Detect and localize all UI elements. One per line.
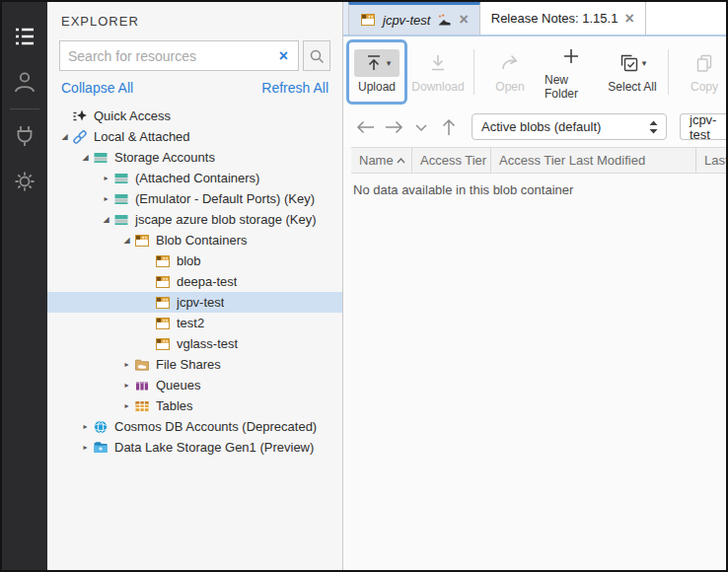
forward-button[interactable] [381, 114, 405, 139]
copy-button: Copy [674, 40, 728, 104]
column-header-access-tier-last-modified[interactable]: Access Tier Last Modified [491, 148, 696, 173]
tree-item-label: blob [177, 253, 201, 268]
column-header-last-modified[interactable]: Last Modified [696, 148, 726, 173]
quick-access-icon [72, 108, 88, 124]
tree-item-storage-accounts[interactable]: ◢Storage Accounts [47, 147, 342, 168]
activity-item-explorer-list[interactable] [2, 14, 47, 59]
tree-item-label: deepa-test [177, 274, 237, 289]
explorer-title: EXPLORER [47, 2, 342, 33]
tree-item-label: test2 [177, 316, 204, 330]
refresh-all-link[interactable]: Refresh All [261, 80, 328, 96]
tree-item-label: Local & Attached [94, 129, 190, 144]
dropdown-caret-icon: ▾ [387, 58, 392, 68]
expanded-arrow-icon[interactable]: ◢ [78, 153, 93, 162]
collapse-all-link[interactable]: Collapse All [61, 80, 133, 96]
tab-close-icon[interactable]: × [459, 12, 468, 28]
upload-button[interactable]: ▾Upload [346, 39, 407, 105]
tree-item-data-lake-storage-gen1-preview[interactable]: ▸Data Lake Storage Gen1 (Preview) [47, 437, 342, 458]
collapsed-arrow-icon[interactable]: ▸ [119, 381, 134, 390]
tree-item-quick-access[interactable]: Quick Access [47, 106, 342, 126]
tree-item-label: vglass-test [177, 336, 238, 351]
tab-bar: jcpv-test×Release Notes: 1.15.1× [343, 2, 726, 36]
tree-item-attached-containers[interactable]: ▸(Attached Containers) [47, 168, 342, 188]
tab-release-notes-1-15-1[interactable]: Release Notes: 1.15.1× [480, 2, 646, 35]
select-all-button[interactable]: ▾Select All [602, 40, 663, 104]
dropdown-caret-icon: ▾ [642, 58, 647, 68]
tree-item-cosmos-db-accounts-deprecated[interactable]: ▸Cosmos DB Accounts (Deprecated) [47, 416, 342, 437]
activity-item-connect-plug[interactable] [2, 113, 47, 159]
connect-plug-icon [12, 123, 37, 149]
toolbar-separator [473, 49, 474, 95]
tree-item-label: Queues [156, 378, 201, 393]
tree-item-deepa-test[interactable]: deepa-test [47, 271, 342, 292]
forward-icon [382, 115, 405, 139]
tree-item-jscape-azure-blob-storage-key[interactable]: ◢jscape azure blob storage (Key) [47, 209, 342, 230]
tree-item-jcpv-test[interactable]: jcpv-test [47, 292, 342, 313]
activity-item-account-person[interactable] [2, 59, 47, 105]
select-all-icon [619, 52, 640, 74]
column-header-label: Last Modified [704, 153, 726, 168]
open-icon [499, 52, 521, 74]
tree-item-label: jcpv-test [177, 295, 224, 310]
blob-container-icon [155, 295, 171, 311]
link-icon [72, 129, 88, 145]
collapsed-arrow-icon[interactable]: ▸ [119, 401, 134, 410]
tab-title: Release Notes: 1.15.1 [491, 11, 619, 26]
tree-item-tables[interactable]: ▸Tables [47, 395, 342, 416]
blob-list-area [343, 197, 726, 570]
tree-item-local-attached[interactable]: ◢Local & Attached [47, 126, 342, 147]
expanded-arrow-icon[interactable]: ◢ [99, 215, 113, 224]
tree-item-blob-containers[interactable]: ◢Blob Containers [47, 230, 342, 250]
toolbar-icon-wrap [427, 49, 449, 77]
activity-item-settings-gear[interactable] [2, 159, 47, 204]
tree-item-vglass-test[interactable]: vglass-test [47, 333, 342, 354]
toolbar-separator [668, 49, 669, 95]
tree-item-label: Tables [156, 398, 193, 413]
path-input-value: jcpv-test [690, 112, 717, 142]
queue-icon [134, 378, 150, 393]
explorer-list-icon [12, 24, 37, 49]
tree-item-file-shares[interactable]: ▸File Shares [47, 354, 342, 375]
tree-item-emulator-default-ports-key[interactable]: ▸(Emulator - Default Ports) (Key) [47, 188, 342, 209]
tab-title: jcpv-test [383, 13, 430, 28]
expanded-arrow-icon[interactable]: ◢ [119, 236, 134, 245]
collapsed-arrow-icon[interactable]: ▸ [78, 443, 93, 452]
collapsed-arrow-icon[interactable]: ▸ [99, 194, 113, 203]
expanded-arrow-icon[interactable]: ◢ [57, 132, 72, 141]
toolbar-icon-wrap [693, 49, 715, 77]
column-header-access-tier[interactable]: Access Tier [412, 148, 491, 173]
up-button[interactable] [436, 114, 461, 139]
blob-view-select-value: Active blobs (default) [481, 119, 601, 134]
toolbar-icon-wrap [560, 42, 582, 70]
upload-icon [363, 52, 385, 74]
blob-container-icon [155, 274, 171, 290]
column-header-name[interactable]: Name [351, 148, 412, 173]
toolbar-button-label: Download [411, 80, 464, 94]
search-box: × [59, 40, 299, 71]
search-input[interactable] [68, 48, 277, 64]
empty-message: No data available in this blob container [343, 174, 726, 197]
chevron-down-button[interactable] [408, 114, 433, 139]
copy-icon [693, 52, 715, 74]
tree-actions: Collapse All Refresh All [47, 71, 342, 102]
search-button[interactable] [303, 40, 330, 71]
clear-search-icon[interactable]: × [277, 48, 290, 64]
collapsed-arrow-icon[interactable]: ▸ [99, 174, 113, 182]
back-button[interactable] [353, 114, 378, 139]
collapsed-arrow-icon[interactable]: ▸ [78, 422, 93, 431]
blob-view-select[interactable]: Active blobs (default) [472, 113, 667, 140]
tree-item-queues[interactable]: ▸Queues [47, 375, 342, 395]
collapsed-arrow-icon[interactable]: ▸ [119, 360, 134, 369]
new-folder-button[interactable]: New Folder [541, 40, 602, 104]
activity-bar-divider [10, 108, 39, 109]
tree-item-blob[interactable]: blob [47, 250, 342, 271]
tree-item-label: Cosmos DB Accounts (Deprecated) [114, 419, 317, 434]
new-folder-icon [560, 45, 582, 67]
column-header-label: Access Tier [420, 153, 486, 168]
tab-jcpv-test[interactable]: jcpv-test× [348, 2, 480, 35]
path-input[interactable]: jcpv-test [680, 113, 726, 140]
tree-item-label: Quick Access [94, 108, 171, 123]
navigation-row: Active blobs (default) jcpv-test [343, 107, 726, 147]
tree-item-test2[interactable]: test2 [47, 313, 342, 333]
tab-close-icon[interactable]: × [624, 11, 633, 27]
